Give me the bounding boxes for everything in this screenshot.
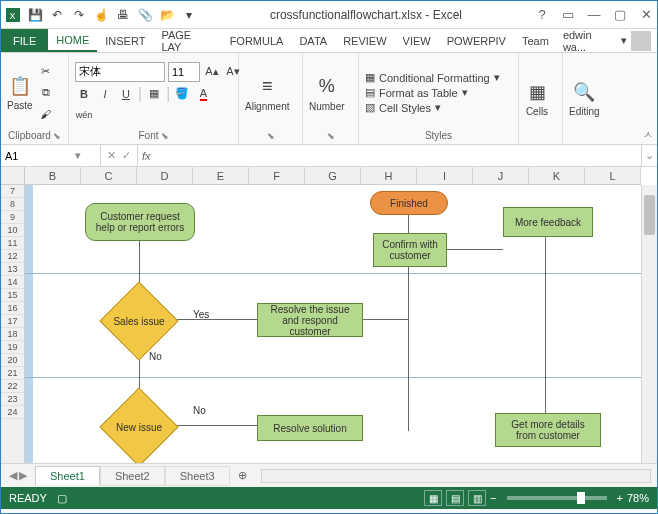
row-header[interactable]: 12 [1, 250, 24, 263]
sheet-nav[interactable]: ◀▶ [1, 469, 35, 482]
col-header[interactable]: J [473, 167, 529, 184]
sheet-prev-icon[interactable]: ◀ [9, 469, 17, 482]
maximize-icon[interactable]: ▢ [613, 8, 627, 22]
font-color-button[interactable]: A [194, 85, 212, 103]
copy-icon[interactable]: ⧉ [37, 84, 55, 102]
col-header[interactable]: L [585, 167, 641, 184]
col-header[interactable]: G [305, 167, 361, 184]
italic-button[interactable]: I [96, 85, 114, 103]
sheet-tab-3[interactable]: Sheet3 [165, 466, 230, 486]
name-box[interactable]: ▾ [1, 145, 101, 166]
font-launcher-icon[interactable]: ⬊ [161, 131, 169, 141]
fx-icon[interactable]: fx [142, 150, 151, 162]
scrollbar-thumb[interactable] [644, 195, 655, 235]
enter-formula-icon[interactable]: ✓ [122, 149, 131, 162]
col-header[interactable]: B [25, 167, 81, 184]
cells-button[interactable]: ▦ Cells [525, 80, 549, 117]
page-layout-view-icon[interactable]: ▤ [446, 490, 464, 506]
normal-view-icon[interactable]: ▦ [424, 490, 442, 506]
expand-formula-icon[interactable]: ⌄ [641, 145, 657, 166]
row-header[interactable]: 8 [1, 198, 24, 211]
touch-mode-icon[interactable]: ☝ [93, 7, 109, 23]
formula-input-wrap[interactable]: fx [138, 145, 641, 166]
phonetic-button[interactable]: wén [75, 106, 93, 124]
grow-font-icon[interactable]: A▴ [203, 63, 221, 81]
select-all-corner[interactable] [1, 167, 25, 185]
shape-customer-request[interactable]: Customer request help or report errors [85, 203, 195, 241]
new-sheet-button[interactable]: ⊕ [230, 469, 255, 482]
row-header[interactable]: 7 [1, 185, 24, 198]
shape-confirm[interactable]: Confirm with customer [373, 233, 447, 267]
col-header[interactable]: I [417, 167, 473, 184]
alignment-button[interactable]: ≡ Alignment [245, 75, 289, 112]
tab-data[interactable]: DATA [291, 29, 335, 52]
cell-styles-button[interactable]: ▧Cell Styles ▾ [365, 101, 500, 114]
row-header[interactable]: 23 [1, 393, 24, 406]
row-header[interactable]: 22 [1, 380, 24, 393]
qat-dropdown-icon[interactable]: ▾ [181, 7, 197, 23]
conditional-formatting-button[interactable]: ▦Conditional Formatting ▾ [365, 71, 500, 84]
help-icon[interactable]: ? [535, 8, 549, 22]
sheet-tab-1[interactable]: Sheet1 [35, 466, 100, 485]
tab-file[interactable]: FILE [1, 29, 48, 52]
col-header[interactable]: F [249, 167, 305, 184]
namebox-dropdown-icon[interactable]: ▾ [75, 149, 81, 162]
row-header[interactable]: 18 [1, 328, 24, 341]
open-icon[interactable]: 📂 [159, 7, 175, 23]
tab-home[interactable]: HOME [48, 29, 97, 52]
row-header[interactable]: 11 [1, 237, 24, 250]
col-header[interactable]: D [137, 167, 193, 184]
attach-icon[interactable]: 📎 [137, 7, 153, 23]
shape-finished[interactable]: Finished [370, 191, 448, 215]
font-size-combo[interactable]: 11 [168, 62, 200, 82]
row-header[interactable]: 16 [1, 302, 24, 315]
page-break-view-icon[interactable]: ▥ [468, 490, 486, 506]
collapse-ribbon-icon[interactable]: ㅅ [643, 128, 653, 142]
minimize-icon[interactable]: — [587, 8, 601, 22]
col-header[interactable]: E [193, 167, 249, 184]
quick-print-icon[interactable]: 🖶 [115, 7, 131, 23]
tab-powerpivot[interactable]: POWERPIV [439, 29, 514, 52]
name-box-input[interactable] [5, 150, 75, 162]
shape-resolve-issue[interactable]: Resolve the issue and respond customer [257, 303, 363, 337]
editing-button[interactable]: 🔍 Editing [569, 80, 600, 117]
column-headers[interactable]: B C D E F G H I J K L [25, 167, 641, 185]
tab-view[interactable]: VIEW [395, 29, 439, 52]
user-menu[interactable]: edwin wa...▾ [557, 29, 657, 52]
zoom-out-icon[interactable]: − [490, 492, 496, 504]
col-header[interactable]: C [81, 167, 137, 184]
zoom-level[interactable]: 78% [627, 492, 649, 504]
row-header[interactable]: 15 [1, 289, 24, 302]
zoom-knob[interactable] [577, 492, 585, 504]
tab-team[interactable]: Team [514, 29, 557, 52]
font-name-combo[interactable]: 宋体 [75, 62, 165, 82]
ribbon-display-icon[interactable]: ▭ [561, 8, 575, 22]
undo-icon[interactable]: ↶ [49, 7, 65, 23]
shape-new-issue[interactable]: New issue [111, 399, 167, 455]
row-header[interactable]: 21 [1, 367, 24, 380]
row-header[interactable]: 20 [1, 354, 24, 367]
underline-button[interactable]: U [117, 85, 135, 103]
shape-get-details[interactable]: Get more details from customer [495, 413, 601, 447]
tab-review[interactable]: REVIEW [335, 29, 394, 52]
paste-button[interactable]: 📋 Paste [7, 74, 33, 111]
zoom-in-icon[interactable]: + [617, 492, 623, 504]
shape-more-feedback[interactable]: More feedback [503, 207, 593, 237]
close-icon[interactable]: ✕ [639, 8, 653, 22]
row-header[interactable]: 10 [1, 224, 24, 237]
tab-formulas[interactable]: FORMULA [222, 29, 292, 52]
redo-icon[interactable]: ↷ [71, 7, 87, 23]
cancel-formula-icon[interactable]: ✕ [107, 149, 116, 162]
horizontal-scrollbar[interactable] [261, 469, 651, 483]
col-header[interactable]: K [529, 167, 585, 184]
number-launcher-icon[interactable]: ⬊ [327, 131, 335, 141]
format-painter-icon[interactable]: 🖌 [37, 105, 55, 123]
sheet-tab-2[interactable]: Sheet2 [100, 466, 165, 486]
border-button[interactable]: ▦ [145, 85, 163, 103]
bold-button[interactable]: B [75, 85, 93, 103]
tab-insert[interactable]: INSERT [97, 29, 153, 52]
row-header[interactable]: 14 [1, 276, 24, 289]
clipboard-launcher-icon[interactable]: ⬊ [53, 131, 61, 141]
row-header[interactable]: 9 [1, 211, 24, 224]
row-headers[interactable]: 7 8 9 10 11 12 13 14 15 16 17 18 19 20 2… [1, 185, 25, 463]
